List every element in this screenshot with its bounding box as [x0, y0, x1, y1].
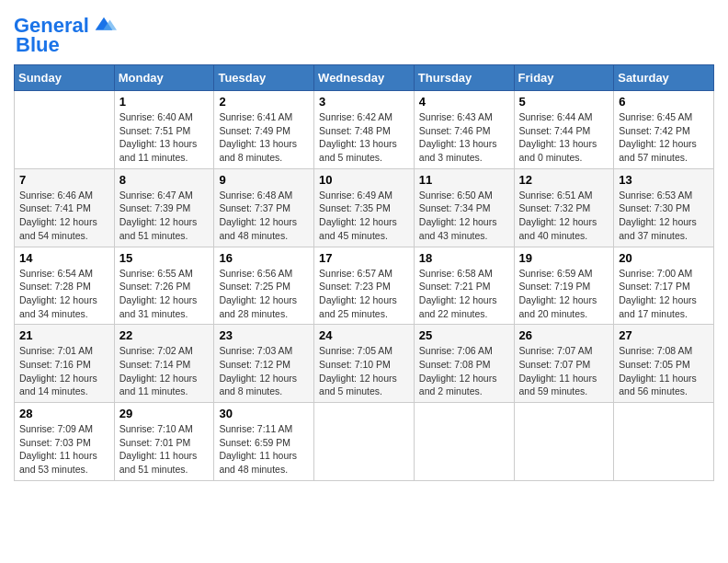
day-info: Sunrise: 7:01 AM Sunset: 7:16 PM Dayligh…: [19, 344, 109, 398]
day-number: 24: [319, 328, 409, 342]
day-number: 13: [619, 173, 709, 187]
calendar-cell: 20Sunrise: 7:00 AM Sunset: 7:17 PM Dayli…: [614, 247, 714, 325]
calendar-cell: 29Sunrise: 7:10 AM Sunset: 7:01 PM Dayli…: [114, 403, 214, 481]
day-number: 8: [119, 173, 210, 187]
day-number: 20: [619, 251, 709, 265]
calendar-cell: 4Sunrise: 6:43 AM Sunset: 7:46 PM Daylig…: [414, 91, 514, 169]
day-info: Sunrise: 6:49 AM Sunset: 7:35 PM Dayligh…: [319, 189, 409, 243]
day-info: Sunrise: 6:55 AM Sunset: 7:26 PM Dayligh…: [119, 267, 210, 321]
day-number: 28: [19, 407, 109, 420]
day-info: Sunrise: 6:46 AM Sunset: 7:41 PM Dayligh…: [19, 189, 109, 243]
day-info: Sunrise: 6:54 AM Sunset: 7:28 PM Dayligh…: [19, 267, 109, 321]
day-number: 25: [419, 328, 509, 342]
day-number: 3: [319, 95, 409, 109]
day-number: 17: [319, 251, 409, 265]
day-info: Sunrise: 7:00 AM Sunset: 7:17 PM Dayligh…: [619, 267, 709, 321]
day-number: 30: [219, 407, 309, 420]
day-info: Sunrise: 6:50 AM Sunset: 7:34 PM Dayligh…: [419, 189, 509, 243]
day-info: Sunrise: 6:40 AM Sunset: 7:51 PM Dayligh…: [119, 110, 210, 165]
day-info: Sunrise: 7:06 AM Sunset: 7:08 PM Dayligh…: [419, 344, 509, 398]
week-row-2: 7Sunrise: 6:46 AM Sunset: 7:41 PM Daylig…: [15, 168, 714, 247]
day-info: Sunrise: 6:58 AM Sunset: 7:21 PM Dayligh…: [419, 267, 509, 321]
day-number: 18: [419, 251, 509, 265]
calendar-cell: 10Sunrise: 6:49 AM Sunset: 7:35 PM Dayli…: [314, 168, 415, 247]
day-header-monday: Monday: [114, 65, 214, 91]
calendar-table: SundayMondayTuesdayWednesdayThursdayFrid…: [14, 64, 714, 481]
day-info: Sunrise: 7:03 AM Sunset: 7:12 PM Dayligh…: [219, 344, 309, 398]
day-number: 23: [219, 328, 309, 342]
day-info: Sunrise: 7:05 AM Sunset: 7:10 PM Dayligh…: [319, 344, 409, 398]
day-number: 5: [519, 95, 609, 109]
calendar-cell: 19Sunrise: 6:59 AM Sunset: 7:19 PM Dayli…: [514, 247, 614, 325]
day-number: 9: [219, 173, 309, 187]
day-number: 4: [419, 95, 509, 109]
day-number: 1: [119, 95, 210, 109]
day-number: 2: [219, 95, 309, 109]
calendar-cell: [414, 403, 514, 481]
calendar-cell: 13Sunrise: 6:53 AM Sunset: 7:30 PM Dayli…: [614, 168, 714, 247]
header-row: SundayMondayTuesdayWednesdayThursdayFrid…: [15, 65, 714, 91]
day-info: Sunrise: 6:48 AM Sunset: 7:37 PM Dayligh…: [219, 189, 309, 243]
day-info: Sunrise: 6:42 AM Sunset: 7:48 PM Dayligh…: [319, 110, 409, 165]
day-number: 29: [119, 407, 210, 420]
day-info: Sunrise: 6:43 AM Sunset: 7:46 PM Dayligh…: [419, 110, 509, 165]
day-header-sunday: Sunday: [15, 65, 115, 91]
calendar-cell: 22Sunrise: 7:02 AM Sunset: 7:14 PM Dayli…: [114, 325, 214, 403]
day-number: 21: [19, 328, 109, 342]
week-row-5: 28Sunrise: 7:09 AM Sunset: 7:03 PM Dayli…: [15, 403, 714, 481]
calendar-cell: 26Sunrise: 7:07 AM Sunset: 7:07 PM Dayli…: [514, 325, 614, 403]
day-info: Sunrise: 7:11 AM Sunset: 6:59 PM Dayligh…: [219, 422, 309, 477]
calendar-cell: 3Sunrise: 6:42 AM Sunset: 7:48 PM Daylig…: [314, 91, 415, 169]
calendar-cell: [15, 91, 115, 169]
calendar-cell: 15Sunrise: 6:55 AM Sunset: 7:26 PM Dayli…: [114, 247, 214, 325]
calendar-cell: 25Sunrise: 7:06 AM Sunset: 7:08 PM Dayli…: [414, 325, 514, 403]
day-number: 10: [319, 173, 409, 187]
calendar-cell: 9Sunrise: 6:48 AM Sunset: 7:37 PM Daylig…: [214, 168, 314, 247]
calendar-cell: 5Sunrise: 6:44 AM Sunset: 7:44 PM Daylig…: [514, 91, 614, 169]
day-info: Sunrise: 6:41 AM Sunset: 7:49 PM Dayligh…: [219, 110, 309, 165]
week-row-4: 21Sunrise: 7:01 AM Sunset: 7:16 PM Dayli…: [15, 325, 714, 403]
calendar-cell: 17Sunrise: 6:57 AM Sunset: 7:23 PM Dayli…: [314, 247, 415, 325]
day-info: Sunrise: 6:47 AM Sunset: 7:39 PM Dayligh…: [119, 189, 210, 243]
calendar-cell: 27Sunrise: 7:08 AM Sunset: 7:05 PM Dayli…: [614, 325, 714, 403]
day-number: 22: [119, 328, 210, 342]
calendar-cell: 21Sunrise: 7:01 AM Sunset: 7:16 PM Dayli…: [15, 325, 115, 403]
day-number: 7: [19, 173, 109, 187]
calendar-cell: 11Sunrise: 6:50 AM Sunset: 7:34 PM Dayli…: [414, 168, 514, 247]
day-info: Sunrise: 7:07 AM Sunset: 7:07 PM Dayligh…: [519, 344, 609, 398]
logo: General Blue: [14, 13, 117, 57]
day-info: Sunrise: 6:59 AM Sunset: 7:19 PM Dayligh…: [519, 267, 609, 321]
day-number: 12: [519, 173, 609, 187]
day-info: Sunrise: 6:45 AM Sunset: 7:42 PM Dayligh…: [619, 110, 709, 165]
calendar-cell: [314, 403, 415, 481]
day-number: 19: [519, 251, 609, 265]
day-info: Sunrise: 7:10 AM Sunset: 7:01 PM Dayligh…: [119, 422, 210, 477]
week-row-3: 14Sunrise: 6:54 AM Sunset: 7:28 PM Dayli…: [15, 247, 714, 325]
day-info: Sunrise: 6:53 AM Sunset: 7:30 PM Dayligh…: [619, 189, 709, 243]
calendar-cell: 2Sunrise: 6:41 AM Sunset: 7:49 PM Daylig…: [214, 91, 314, 169]
calendar-cell: 30Sunrise: 7:11 AM Sunset: 6:59 PM Dayli…: [214, 403, 314, 481]
day-header-saturday: Saturday: [614, 65, 714, 91]
calendar-cell: 24Sunrise: 7:05 AM Sunset: 7:10 PM Dayli…: [314, 325, 415, 403]
calendar-cell: 1Sunrise: 6:40 AM Sunset: 7:51 PM Daylig…: [114, 91, 214, 169]
day-info: Sunrise: 7:02 AM Sunset: 7:14 PM Dayligh…: [119, 344, 210, 398]
calendar-cell: 16Sunrise: 6:56 AM Sunset: 7:25 PM Dayli…: [214, 247, 314, 325]
week-row-1: 1Sunrise: 6:40 AM Sunset: 7:51 PM Daylig…: [15, 91, 714, 169]
logo-icon: [91, 13, 117, 39]
day-header-thursday: Thursday: [414, 65, 514, 91]
day-header-wednesday: Wednesday: [314, 65, 415, 91]
calendar-cell: 8Sunrise: 6:47 AM Sunset: 7:39 PM Daylig…: [114, 168, 214, 247]
calendar-cell: 6Sunrise: 6:45 AM Sunset: 7:42 PM Daylig…: [614, 91, 714, 169]
day-number: 14: [19, 251, 109, 265]
day-number: 27: [619, 328, 709, 342]
day-number: 15: [119, 251, 210, 265]
day-info: Sunrise: 6:51 AM Sunset: 7:32 PM Dayligh…: [519, 189, 609, 243]
calendar-cell: [614, 403, 714, 481]
day-info: Sunrise: 7:08 AM Sunset: 7:05 PM Dayligh…: [619, 344, 709, 398]
day-number: 16: [219, 251, 309, 265]
calendar-cell: 23Sunrise: 7:03 AM Sunset: 7:12 PM Dayli…: [214, 325, 314, 403]
day-header-friday: Friday: [514, 65, 614, 91]
day-info: Sunrise: 6:56 AM Sunset: 7:25 PM Dayligh…: [219, 267, 309, 321]
day-header-tuesday: Tuesday: [214, 65, 314, 91]
calendar-cell: [514, 403, 614, 481]
